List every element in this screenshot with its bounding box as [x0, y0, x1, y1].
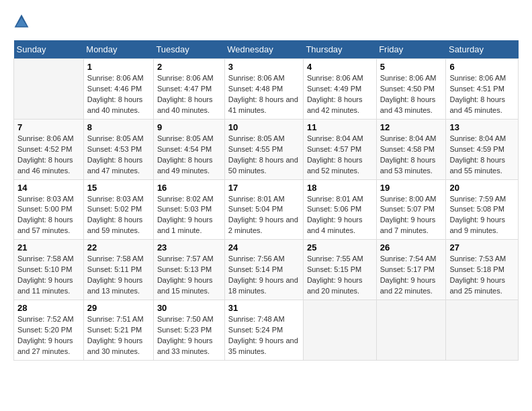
column-header-wednesday: Wednesday [224, 40, 303, 59]
day-info: Sunrise: 8:05 AMSunset: 4:55 PMDaylight:… [228, 134, 298, 175]
day-cell: 29 Sunrise: 7:51 AMSunset: 5:21 PMDaylig… [83, 300, 153, 361]
day-info: Sunrise: 8:05 AMSunset: 4:53 PMDaylight:… [87, 134, 144, 175]
day-number: 3 [228, 62, 300, 72]
day-cell: 15 Sunrise: 8:03 AMSunset: 5:02 PMDaylig… [83, 179, 153, 240]
week-row-4: 21 Sunrise: 7:58 AMSunset: 5:10 PMDaylig… [14, 240, 519, 300]
day-number: 8 [87, 122, 150, 132]
day-number: 20 [449, 183, 515, 193]
day-info: Sunrise: 7:59 AMSunset: 5:08 PMDaylight:… [449, 195, 506, 235]
day-cell: 19 Sunrise: 8:00 AMSunset: 5:07 PMDaylig… [376, 179, 446, 240]
day-cell [376, 300, 446, 361]
day-cell: 22 Sunrise: 7:58 AMSunset: 5:11 PMDaylig… [83, 240, 153, 300]
day-info: Sunrise: 7:56 AMSunset: 5:14 PMDaylight:… [228, 255, 298, 295]
day-info: Sunrise: 7:52 AMSunset: 5:20 PMDaylight:… [17, 315, 74, 355]
day-number: 31 [228, 303, 300, 313]
day-info: Sunrise: 8:06 AMSunset: 4:51 PMDaylight:… [449, 74, 506, 114]
day-cell [303, 300, 376, 361]
day-number: 11 [307, 122, 373, 132]
day-cell: 9 Sunrise: 8:05 AMSunset: 4:54 PMDayligh… [153, 119, 224, 179]
day-info: Sunrise: 8:01 AMSunset: 5:04 PMDaylight:… [228, 195, 298, 235]
day-cell: 11 Sunrise: 8:04 AMSunset: 4:57 PMDaylig… [303, 119, 376, 179]
day-cell: 31 Sunrise: 7:48 AMSunset: 5:24 PMDaylig… [224, 300, 303, 361]
day-number: 6 [449, 62, 515, 72]
day-number: 10 [228, 122, 300, 132]
week-row-1: 1 Sunrise: 8:06 AMSunset: 4:46 PMDayligh… [14, 59, 519, 120]
day-cell: 8 Sunrise: 8:05 AMSunset: 4:53 PMDayligh… [83, 119, 153, 179]
column-header-friday: Friday [376, 40, 446, 59]
day-number: 7 [17, 122, 80, 132]
week-row-2: 7 Sunrise: 8:06 AMSunset: 4:52 PMDayligh… [14, 119, 519, 179]
calendar-table: SundayMondayTuesdayWednesdayThursdayFrid… [13, 40, 519, 361]
day-cell: 4 Sunrise: 8:06 AMSunset: 4:49 PMDayligh… [303, 59, 376, 120]
day-info: Sunrise: 7:57 AMSunset: 5:13 PMDaylight:… [157, 255, 214, 295]
day-number: 26 [380, 242, 443, 253]
day-cell: 5 Sunrise: 8:06 AMSunset: 4:50 PMDayligh… [376, 59, 446, 120]
day-cell: 25 Sunrise: 7:55 AMSunset: 5:15 PMDaylig… [303, 240, 376, 300]
day-number: 16 [157, 183, 221, 193]
day-cell [446, 300, 519, 361]
day-info: Sunrise: 7:54 AMSunset: 5:17 PMDaylight:… [380, 255, 437, 295]
week-row-3: 14 Sunrise: 8:03 AMSunset: 5:00 PMDaylig… [14, 179, 519, 240]
day-info: Sunrise: 7:51 AMSunset: 5:21 PMDaylight:… [87, 315, 144, 355]
day-number: 5 [380, 62, 443, 72]
day-info: Sunrise: 8:00 AMSunset: 5:07 PMDaylight:… [380, 195, 437, 235]
day-info: Sunrise: 8:04 AMSunset: 4:59 PMDaylight:… [449, 134, 506, 175]
day-info: Sunrise: 8:04 AMSunset: 4:58 PMDaylight:… [380, 134, 437, 175]
day-number: 19 [380, 183, 443, 193]
day-info: Sunrise: 8:06 AMSunset: 4:49 PMDaylight:… [307, 74, 363, 114]
day-info: Sunrise: 7:58 AMSunset: 5:11 PMDaylight:… [87, 255, 144, 295]
day-cell: 1 Sunrise: 8:06 AMSunset: 4:46 PMDayligh… [83, 59, 153, 120]
day-number: 30 [157, 303, 221, 313]
day-number: 4 [307, 62, 373, 72]
day-info: Sunrise: 7:50 AMSunset: 5:23 PMDaylight:… [157, 315, 214, 355]
day-info: Sunrise: 8:06 AMSunset: 4:47 PMDaylight:… [157, 74, 214, 114]
day-number: 29 [87, 303, 150, 313]
day-number: 25 [307, 242, 373, 253]
day-cell: 21 Sunrise: 7:58 AMSunset: 5:10 PMDaylig… [14, 240, 84, 300]
day-number: 24 [228, 242, 300, 253]
column-header-monday: Monday [83, 40, 153, 59]
day-cell: 27 Sunrise: 7:53 AMSunset: 5:18 PMDaylig… [446, 240, 519, 300]
day-info: Sunrise: 8:05 AMSunset: 4:54 PMDaylight:… [157, 134, 214, 175]
day-cell: 18 Sunrise: 8:01 AMSunset: 5:06 PMDaylig… [303, 179, 376, 240]
day-info: Sunrise: 8:04 AMSunset: 4:57 PMDaylight:… [307, 134, 363, 175]
day-info: Sunrise: 8:06 AMSunset: 4:50 PMDaylight:… [380, 74, 437, 114]
day-number: 1 [87, 62, 150, 72]
logo [13, 13, 32, 30]
day-number: 14 [17, 183, 80, 193]
week-row-5: 28 Sunrise: 7:52 AMSunset: 5:20 PMDaylig… [14, 300, 519, 361]
day-cell: 20 Sunrise: 7:59 AMSunset: 5:08 PMDaylig… [446, 179, 519, 240]
day-info: Sunrise: 7:55 AMSunset: 5:15 PMDaylight:… [307, 255, 363, 295]
day-info: Sunrise: 8:02 AMSunset: 5:03 PMDaylight:… [157, 195, 214, 235]
day-info: Sunrise: 8:06 AMSunset: 4:46 PMDaylight:… [87, 74, 144, 114]
day-number: 2 [157, 62, 221, 72]
page-header [13, 13, 519, 30]
day-number: 28 [17, 303, 80, 313]
column-header-saturday: Saturday [446, 40, 519, 59]
day-cell: 6 Sunrise: 8:06 AMSunset: 4:51 PMDayligh… [446, 59, 519, 120]
column-header-sunday: Sunday [14, 40, 84, 59]
day-info: Sunrise: 8:03 AMSunset: 5:02 PMDaylight:… [87, 195, 144, 235]
day-number: 18 [307, 183, 373, 193]
day-info: Sunrise: 7:53 AMSunset: 5:18 PMDaylight:… [449, 255, 506, 295]
day-cell: 12 Sunrise: 8:04 AMSunset: 4:58 PMDaylig… [376, 119, 446, 179]
day-info: Sunrise: 8:06 AMSunset: 4:52 PMDaylight:… [17, 134, 74, 175]
day-number: 12 [380, 122, 443, 132]
column-header-thursday: Thursday [303, 40, 376, 59]
day-number: 22 [87, 242, 150, 253]
day-number: 15 [87, 183, 150, 193]
day-cell: 14 Sunrise: 8:03 AMSunset: 5:00 PMDaylig… [14, 179, 84, 240]
day-number: 13 [449, 122, 515, 132]
day-cell: 13 Sunrise: 8:04 AMSunset: 4:59 PMDaylig… [446, 119, 519, 179]
day-cell: 28 Sunrise: 7:52 AMSunset: 5:20 PMDaylig… [14, 300, 84, 361]
day-cell: 17 Sunrise: 8:01 AMSunset: 5:04 PMDaylig… [224, 179, 303, 240]
day-cell: 3 Sunrise: 8:06 AMSunset: 4:48 PMDayligh… [224, 59, 303, 120]
day-cell [14, 59, 84, 120]
day-cell: 2 Sunrise: 8:06 AMSunset: 4:47 PMDayligh… [153, 59, 224, 120]
day-info: Sunrise: 8:01 AMSunset: 5:06 PMDaylight:… [307, 195, 363, 235]
day-info: Sunrise: 8:03 AMSunset: 5:00 PMDaylight:… [17, 195, 74, 235]
day-info: Sunrise: 7:58 AMSunset: 5:10 PMDaylight:… [17, 255, 74, 295]
day-number: 23 [157, 242, 221, 253]
day-number: 27 [449, 242, 515, 253]
day-cell: 24 Sunrise: 7:56 AMSunset: 5:14 PMDaylig… [224, 240, 303, 300]
